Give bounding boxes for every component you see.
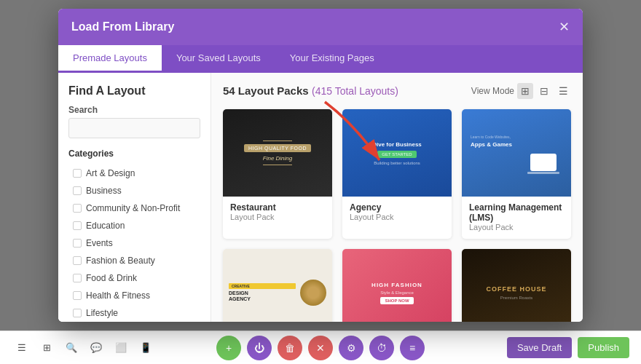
fashion-sub: Style & Elegance xyxy=(380,290,414,295)
category-checkbox-health xyxy=(73,291,82,300)
modal: Load From Library ✕ Premade Layouts Your… xyxy=(58,9,583,322)
grid-view-icon[interactable]: ⊞ xyxy=(36,338,57,358)
da-text: CREATIVE DESIGNAGENCY xyxy=(229,283,296,301)
search-label: Search xyxy=(68,105,200,115)
options-button[interactable]: ≡ xyxy=(400,336,425,360)
hamburger-menu-icon[interactable]: ☰ xyxy=(12,338,32,358)
card-type-lms: Layout Pack xyxy=(469,223,564,232)
category-item[interactable]: Lifestyle xyxy=(68,304,200,322)
coffee-sub: Premium Roasts xyxy=(500,296,532,300)
layout-card-restaurant[interactable]: HIGH QUALITY FOOD Fine Dining Restaurant… xyxy=(223,109,332,239)
agency-title: Dive for Business xyxy=(372,141,422,148)
modal-header: Load From Library ✕ xyxy=(58,9,583,45)
agency-cta: GET STARTED xyxy=(377,151,416,158)
category-checkbox-business xyxy=(73,186,82,195)
clear-button[interactable]: ✕ xyxy=(308,336,333,360)
da-title: DESIGNAGENCY xyxy=(229,290,296,301)
view-list-icon[interactable]: ☰ xyxy=(555,83,571,99)
category-checkbox-education xyxy=(73,221,82,230)
da-image xyxy=(300,280,326,306)
toolbar-right: Save Draft Publish xyxy=(507,337,629,358)
lms-label: Learn to Code Websites, xyxy=(471,135,511,139)
toolbar-center: + ⏻ 🗑 ✕ ⚙ ⏱ ≡ xyxy=(216,336,425,360)
card-thumb-restaurant: HIGH QUALITY FOOD Fine Dining xyxy=(223,109,332,197)
categories-label: Categories xyxy=(68,149,200,159)
view-grid-small-icon[interactable]: ⊟ xyxy=(536,83,552,99)
modal-overlay: Load From Library ✕ Premade Layouts Your… xyxy=(0,0,641,331)
sidebar: Find A Layout Search Categories Art & De… xyxy=(58,73,211,322)
content-title-area: 54 Layout Packs (415 Total Layouts) xyxy=(223,84,398,98)
category-item[interactable]: Community & Non-Profit xyxy=(68,199,200,217)
card-info-lms: Learning Management (LMS) Layout Pack xyxy=(462,197,571,239)
category-checkbox-events xyxy=(73,239,82,248)
category-checkbox-fashion xyxy=(73,256,82,265)
power-button[interactable]: ⏻ xyxy=(247,336,272,360)
category-checkbox-food xyxy=(73,274,82,282)
publish-button[interactable]: Publish xyxy=(578,337,629,358)
category-item[interactable]: Food & Drink xyxy=(68,269,200,287)
category-item[interactable]: Events xyxy=(68,234,200,252)
card-name-restaurant: Restaurant xyxy=(230,202,325,213)
da-hero: CREATIVE DESIGNAGENCY xyxy=(223,249,332,322)
tab-premade[interactable]: Premade Layouts xyxy=(58,45,162,73)
coffee-title: COFFEE HOUSE xyxy=(486,285,546,293)
toolbar-left: ☰ ⊞ 🔍 💬 ⬜ 📱 xyxy=(12,338,156,358)
card-info-restaurant: Restaurant Layout Pack xyxy=(223,197,332,229)
add-module-button[interactable]: + xyxy=(216,336,241,360)
search-input[interactable] xyxy=(68,118,200,138)
layout-card-agency[interactable]: Dive for Business GET STARTED Building b… xyxy=(342,109,452,239)
mobile-icon[interactable]: 📱 xyxy=(135,338,156,358)
decorative-line xyxy=(263,141,292,141)
card-type-agency: Layout Pack xyxy=(350,213,444,221)
card-thumb-agency: Dive for Business GET STARTED Building b… xyxy=(342,109,452,197)
content-pack-count: 54 Layout Packs xyxy=(223,84,309,97)
category-checkbox-lifestyle xyxy=(73,309,82,317)
card-thumb-lms: Learn to Code Websites, Apps & Games xyxy=(462,109,571,197)
category-checkbox-art xyxy=(73,169,82,178)
category-item[interactable]: Business xyxy=(68,182,200,199)
tablet-icon[interactable]: ⬜ xyxy=(111,338,131,358)
main-content: 54 Layout Packs (415 Total Layouts) View… xyxy=(211,73,583,322)
da-badge: CREATIVE xyxy=(229,283,296,289)
decorative-line-2 xyxy=(263,165,292,165)
layout-grid: HIGH QUALITY FOOD Fine Dining Restaurant… xyxy=(223,109,571,322)
layout-card-coffee-shop[interactable]: COFFEE HOUSE Premium Roasts Coffee Shop … xyxy=(462,249,571,322)
category-item[interactable]: Health & Fitness xyxy=(68,287,200,304)
card-name-lms: Learning Management (LMS) xyxy=(469,202,564,223)
layout-card-fashion[interactable]: HIGH FASHION Style & Elegance SHOP NOW F… xyxy=(342,249,452,322)
sidebar-title: Find A Layout xyxy=(68,84,200,98)
tab-existing[interactable]: Your Existing Pages xyxy=(275,45,389,73)
close-button[interactable]: ✕ xyxy=(559,19,570,35)
category-item[interactable]: Fashion & Beauty xyxy=(68,252,200,269)
category-item[interactable]: Education xyxy=(68,217,200,234)
chat-icon[interactable]: 💬 xyxy=(86,338,106,358)
view-grid-large-icon[interactable]: ⊞ xyxy=(517,83,533,99)
layout-card-lms[interactable]: Learn to Code Websites, Apps & Games Lea… xyxy=(462,109,571,239)
restaurant-tagline: Fine Dining xyxy=(263,155,292,162)
bottom-toolbar: ☰ ⊞ 🔍 💬 ⬜ 📱 + ⏻ 🗑 ✕ ⚙ ⏱ ≡ Save Draft Pub… xyxy=(0,331,641,364)
fashion-title: HIGH FASHION xyxy=(371,282,422,288)
modal-tabs: Premade Layouts Your Saved Layouts Your … xyxy=(58,45,583,73)
delete-button[interactable]: 🗑 xyxy=(278,336,302,360)
content-header: 54 Layout Packs (415 Total Layouts) View… xyxy=(223,83,571,99)
tab-saved[interactable]: Your Saved Layouts xyxy=(162,45,275,73)
modal-body: Find A Layout Search Categories Art & De… xyxy=(58,73,583,322)
card-info-agency: Agency Layout Pack xyxy=(342,197,452,229)
modal-title: Load From Library xyxy=(71,20,174,33)
save-draft-button[interactable]: Save Draft xyxy=(507,337,572,358)
agency-sub: Building better solutions xyxy=(374,161,420,165)
card-name-agency: Agency xyxy=(350,202,444,213)
category-item[interactable]: Art & Design xyxy=(68,165,200,182)
search-toolbar-icon[interactable]: 🔍 xyxy=(61,338,82,358)
card-type-restaurant: Layout Pack xyxy=(230,213,325,221)
settings-button[interactable]: ⚙ xyxy=(339,336,363,360)
content-total-count: (415 Total Layouts) xyxy=(312,85,398,97)
card-thumb-coffee: COFFEE HOUSE Premium Roasts xyxy=(462,249,571,322)
history-button[interactable]: ⏱ xyxy=(369,336,394,360)
fashion-cta: SHOP NOW xyxy=(380,297,413,304)
view-mode-label: View Mode xyxy=(471,86,514,96)
card-thumb-design-agency: CREATIVE DESIGNAGENCY xyxy=(223,249,332,322)
layout-card-design-agency[interactable]: CREATIVE DESIGNAGENCY Design Agency La xyxy=(223,249,332,322)
restaurant-badge: HIGH QUALITY FOOD xyxy=(244,144,311,152)
lms-title: Apps & Games xyxy=(471,141,512,149)
